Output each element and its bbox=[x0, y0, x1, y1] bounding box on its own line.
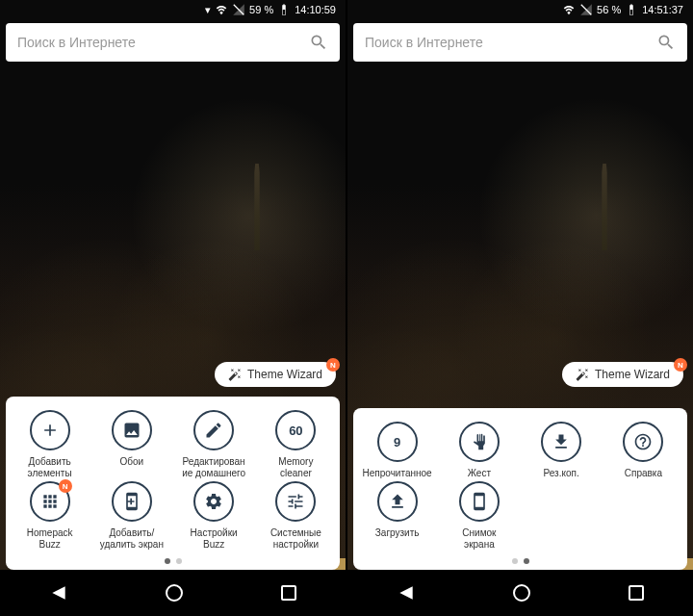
status-bar: ▾ 59 % 14:10:59 bbox=[0, 0, 346, 19]
search-placeholder: Поиск в Интернете bbox=[365, 35, 656, 50]
dot-2[interactable] bbox=[176, 558, 182, 564]
menu-item[interactable]: Снимокэкрана bbox=[439, 481, 519, 551]
menu-item-label: Снимокэкрана bbox=[462, 527, 496, 551]
menu-item[interactable]: Справка bbox=[603, 422, 683, 479]
download-icon bbox=[541, 422, 581, 462]
menu-item[interactable]: 60Memorycleaner bbox=[256, 410, 336, 479]
cell-off-icon bbox=[232, 3, 245, 16]
cell-off-icon bbox=[579, 3, 593, 16]
theme-wizard-button[interactable]: Theme Wizard N bbox=[562, 362, 683, 387]
menu-item-label: Добавитьэлементы bbox=[28, 456, 72, 479]
dot-1[interactable] bbox=[512, 558, 518, 564]
menu-item-label: Справка bbox=[625, 468, 662, 479]
clock: 14:10:59 bbox=[295, 4, 336, 15]
pencil-icon bbox=[193, 410, 234, 450]
search-placeholder: Поиск в Интернете bbox=[17, 35, 309, 50]
status-bar: 56 % 14:51:37 bbox=[347, 0, 693, 19]
hand-icon bbox=[459, 422, 500, 462]
wand-icon bbox=[228, 368, 242, 381]
page-dots bbox=[357, 558, 683, 564]
num9-icon: 9 bbox=[377, 422, 418, 462]
menu-item[interactable]: НастройкиBuzz bbox=[174, 481, 254, 551]
page-dots bbox=[10, 558, 336, 564]
menu-panel: ДобавитьэлементыОбоиРедактирование домаш… bbox=[6, 397, 340, 570]
sliders-icon bbox=[275, 481, 316, 522]
signal-down-icon: ▾ bbox=[205, 4, 211, 16]
menu-item-label: HomepackBuzz bbox=[27, 527, 73, 551]
recents-button[interactable] bbox=[629, 585, 644, 601]
menu-item-label: Системныенастройки bbox=[270, 527, 321, 551]
menu-item-label: Редактирование домашнего bbox=[182, 456, 245, 479]
menu-item-label: Загрузить bbox=[375, 527, 420, 539]
wallpaper-tower bbox=[596, 164, 613, 250]
menu-item-label: Рез.коп. bbox=[544, 468, 579, 479]
phone-icon bbox=[459, 481, 500, 522]
new-badge: N bbox=[674, 358, 687, 372]
plus-icon bbox=[30, 410, 70, 450]
theme-wizard-button[interactable]: Theme Wizard N bbox=[215, 362, 336, 387]
menu-item[interactable]: NHomepackBuzz bbox=[10, 481, 90, 551]
wifi-icon bbox=[215, 3, 228, 16]
phone-right: 56 % 14:51:37 Поиск в Интернете Theme Wi… bbox=[347, 0, 693, 616]
screen-plus-icon bbox=[112, 481, 152, 522]
dot-2[interactable] bbox=[524, 558, 529, 564]
search-icon bbox=[309, 33, 328, 52]
battery-percent: 59 % bbox=[249, 4, 273, 15]
back-button[interactable] bbox=[397, 583, 416, 603]
dot-1[interactable] bbox=[165, 558, 170, 564]
battery-icon bbox=[625, 3, 638, 16]
home-button[interactable] bbox=[513, 584, 530, 602]
menu-item-label: Непрочитанное bbox=[363, 468, 432, 479]
battery-percent: 56 % bbox=[597, 4, 621, 15]
new-badge: N bbox=[326, 358, 340, 372]
nav-bar bbox=[0, 570, 346, 616]
wand-icon bbox=[576, 368, 589, 381]
clock: 14:51:37 bbox=[642, 4, 683, 15]
new-badge: N bbox=[59, 479, 72, 493]
menu-item[interactable]: 9Непрочитанное bbox=[357, 422, 437, 479]
wifi-icon bbox=[562, 3, 576, 16]
search-icon bbox=[656, 33, 676, 52]
home-button[interactable] bbox=[166, 584, 183, 602]
menu-panel: 9НепрочитанноеЖестРез.коп.СправкаЗагрузи… bbox=[353, 408, 687, 570]
menu-item-label: Жест bbox=[468, 468, 491, 479]
menu-item[interactable]: Системныенастройки bbox=[256, 481, 336, 551]
search-bar[interactable]: Поиск в Интернете bbox=[353, 23, 687, 62]
phone-left: ▾ 59 % 14:10:59 Поиск в Интернете Theme … bbox=[0, 0, 346, 616]
menu-item[interactable]: Загрузить bbox=[357, 481, 437, 551]
image-icon bbox=[112, 410, 152, 450]
menu-item[interactable]: Добавить/удалить экран bbox=[91, 481, 171, 551]
wallpaper-tower bbox=[248, 164, 266, 250]
menu-item[interactable]: Обои bbox=[91, 410, 171, 479]
menu-item-label: Обои bbox=[120, 456, 144, 468]
menu-item[interactable]: Жест bbox=[439, 422, 519, 479]
menu-item[interactable]: Рез.коп. bbox=[522, 422, 602, 479]
gear-icon bbox=[193, 481, 234, 522]
menu-grid: ДобавитьэлементыОбоиРедактирование домаш… bbox=[10, 410, 336, 551]
back-button[interactable] bbox=[49, 583, 68, 603]
question-icon bbox=[623, 422, 663, 462]
num60-icon: 60 bbox=[275, 410, 316, 450]
menu-item[interactable]: Добавитьэлементы bbox=[10, 410, 90, 479]
recents-button[interactable] bbox=[281, 585, 296, 601]
upload-icon bbox=[377, 481, 418, 522]
search-bar[interactable]: Поиск в Интернете bbox=[6, 23, 340, 62]
menu-item[interactable]: Редактирование домашнего bbox=[174, 410, 254, 479]
menu-item-label: Memorycleaner bbox=[278, 456, 313, 479]
menu-item-label: Добавить/удалить экран bbox=[100, 527, 164, 551]
battery-icon bbox=[277, 3, 291, 16]
menu-grid: 9НепрочитанноеЖестРез.коп.СправкаЗагрузи… bbox=[357, 422, 683, 551]
nav-bar bbox=[347, 570, 693, 616]
menu-item-label: НастройкиBuzz bbox=[191, 527, 238, 551]
homepack-icon: N bbox=[30, 481, 70, 522]
